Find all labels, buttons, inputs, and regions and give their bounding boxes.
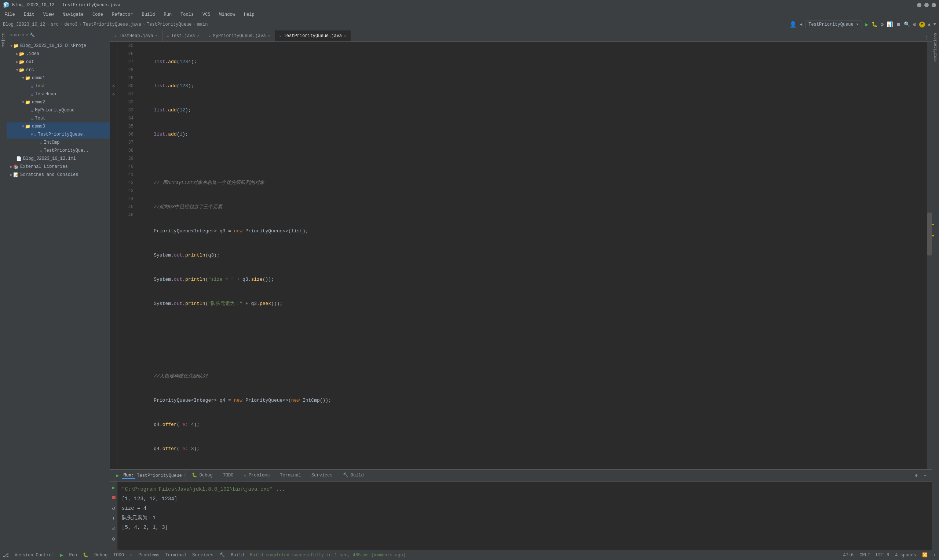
tree-item-testheap[interactable]: ☕ TestHeap bbox=[7, 90, 109, 98]
menu-tools[interactable]: Tools bbox=[179, 11, 195, 18]
search-everywhere[interactable]: 🔍 bbox=[904, 21, 910, 28]
run-status-label[interactable]: Run bbox=[69, 553, 77, 558]
breadcrumb-demo3[interactable]: demo3 bbox=[64, 22, 77, 27]
notifications-label[interactable]: Notifications bbox=[933, 33, 937, 62]
tab-todo[interactable]: TODO bbox=[219, 471, 238, 481]
tab-build[interactable]: 🔨 Build bbox=[339, 471, 368, 481]
tree-item-iml[interactable]: 📄 Blog_J2023_10_12.iml bbox=[7, 155, 109, 163]
menu-navigate[interactable]: Navigate bbox=[61, 11, 85, 18]
tree-header-collapse[interactable]: ≡ bbox=[10, 33, 13, 37]
rerun-button[interactable]: ▶ bbox=[110, 483, 118, 492]
menu-file[interactable]: File bbox=[3, 11, 17, 18]
cursor-position[interactable]: 47:6 bbox=[843, 553, 854, 558]
menu-code[interactable]: Code bbox=[91, 11, 105, 18]
todo-status-label[interactable]: TODO bbox=[113, 553, 124, 558]
run-tab-close[interactable]: × bbox=[183, 474, 186, 477]
tab-testheap-close[interactable]: × bbox=[156, 34, 158, 38]
tree-item-project[interactable]: ▼ 📁 Blog_J2023_10_12 D:\Proje bbox=[7, 42, 109, 50]
settings-run-button[interactable]: ⚙ bbox=[110, 534, 118, 543]
run-tab-config[interactable]: TestPriorityQueue bbox=[135, 473, 183, 478]
tree-item-test1[interactable]: ☕ Test bbox=[7, 82, 109, 90]
maximize-button[interactable]: □ bbox=[924, 3, 929, 7]
problems-status-label[interactable]: Problems bbox=[138, 553, 160, 558]
breadcrumb-class[interactable]: TestPriorityQueue bbox=[147, 22, 191, 27]
line-separator[interactable]: CRLF bbox=[859, 553, 870, 558]
run-icon[interactable]: ▶ bbox=[113, 472, 122, 478]
tree-item-idea[interactable]: ▶ 📂 .idea bbox=[7, 50, 109, 58]
tab-test-close[interactable]: × bbox=[197, 34, 199, 38]
tab-test[interactable]: ☕ Test.java × bbox=[162, 31, 204, 42]
menu-build[interactable]: Build bbox=[140, 11, 156, 18]
breadcrumb-method[interactable]: main bbox=[197, 22, 208, 27]
terminal-status-label[interactable]: Terminal bbox=[165, 553, 187, 558]
tree-item-demo3[interactable]: ▼ 📁 demo3 bbox=[7, 122, 109, 131]
indent[interactable]: 4 spaces bbox=[895, 553, 916, 558]
breadcrumb-src[interactable]: src bbox=[51, 22, 59, 27]
tab-testheap[interactable]: ☕ TestHeap.java × bbox=[110, 31, 162, 42]
tree-item-demo2[interactable]: ▼ 📁 demo2 bbox=[7, 98, 109, 106]
tree-item-src[interactable]: ▼ 📂 src bbox=[7, 66, 109, 74]
profile-button[interactable]: 📊 bbox=[887, 21, 893, 28]
build-status-icon[interactable]: 🔨 bbox=[219, 552, 225, 558]
tree-item-test2[interactable]: ☕ Test bbox=[7, 114, 109, 122]
tab-mypriorityqueue[interactable]: ☕ MyPriorityQueue.java × bbox=[204, 31, 275, 42]
vcs-icon[interactable]: ⎇ bbox=[3, 552, 9, 558]
tree-item-mypriorityqueue[interactable]: ☕ MyPriorityQueue bbox=[7, 106, 109, 114]
menu-run[interactable]: Run bbox=[162, 11, 173, 18]
tab-debug[interactable]: 🐛 Debug bbox=[187, 471, 217, 481]
scroll-to-end-button[interactable]: ⬇ bbox=[110, 514, 118, 523]
run-button[interactable]: ▶ bbox=[865, 21, 868, 28]
code-area[interactable]: list.add(1234); list.add(123); list.add(… bbox=[139, 42, 927, 469]
tree-item-scratches[interactable]: ▶ 📝 Scratches and Consoles bbox=[7, 171, 109, 179]
warnings-badge[interactable]: 2 bbox=[919, 22, 925, 28]
tree-header-settings2[interactable]: 🔧 bbox=[30, 32, 35, 37]
version-control-label[interactable]: Version Control bbox=[15, 553, 54, 558]
editor-settings-icon[interactable]: ⋮ bbox=[924, 35, 929, 42]
tab-tpq-close[interactable]: × bbox=[344, 34, 346, 38]
git-icon[interactable]: 🔀 bbox=[922, 552, 928, 558]
menu-help[interactable]: Help bbox=[242, 11, 256, 18]
tree-item-testpq2[interactable]: ☕ TestPriorityQue.. bbox=[7, 146, 109, 155]
close-button[interactable]: × bbox=[932, 3, 936, 7]
services-status-label[interactable]: Services bbox=[192, 553, 213, 558]
build-status-label[interactable]: Build bbox=[231, 553, 244, 558]
settings-bottom-btn[interactable]: ⚙ bbox=[913, 472, 920, 479]
tab-mpq-close[interactable]: × bbox=[268, 34, 270, 38]
tree-item-intcmp[interactable]: ☕ IntCmp bbox=[7, 138, 109, 146]
nav-back[interactable]: ◀ bbox=[800, 22, 802, 27]
debug-status-label[interactable]: Debug bbox=[94, 553, 108, 558]
tree-header-sync[interactable]: ↻ bbox=[18, 32, 20, 37]
rerun-failed-button[interactable]: ↺ bbox=[110, 503, 118, 512]
menu-refactor[interactable]: Refactor bbox=[110, 11, 135, 18]
tree-item-out[interactable]: ▶ 📂 out bbox=[7, 58, 109, 66]
run-tab-label[interactable]: Run: bbox=[122, 473, 135, 478]
tree-header-gear[interactable]: ⚙ bbox=[14, 32, 17, 37]
console-output[interactable]: "C:\Program Files\Java\jdk1.8.0_192\bin\… bbox=[117, 482, 932, 550]
soft-wrap-button[interactable]: ⏎ bbox=[110, 524, 118, 533]
git-push-icon[interactable]: ⬆ bbox=[933, 552, 936, 558]
stop-run-button[interactable]: ⏹ bbox=[110, 493, 118, 502]
problems-status-icon[interactable]: ⚠ bbox=[130, 552, 133, 558]
coverage-button[interactable]: ⚙ bbox=[881, 21, 883, 28]
nav-down[interactable]: ▼ bbox=[933, 22, 936, 27]
debug-status-icon[interactable]: 🐛 bbox=[83, 552, 88, 558]
tree-header-collapse-btn[interactable]: ⊟ bbox=[26, 32, 28, 37]
stop-button[interactable]: ⏹ bbox=[896, 22, 901, 28]
tab-testpq[interactable]: ☕ TestPriorityQueue.java × bbox=[275, 31, 351, 42]
breadcrumb-file[interactable]: TestPriorityQueue.java bbox=[83, 22, 141, 27]
nav-avatar[interactable]: 👤 bbox=[789, 21, 797, 28]
project-panel-label[interactable]: Project bbox=[2, 33, 6, 48]
menu-view[interactable]: View bbox=[42, 11, 56, 18]
charset[interactable]: UTF-8 bbox=[876, 553, 889, 558]
tree-item-demo1[interactable]: ▼ 📁 demo1 bbox=[7, 74, 109, 82]
run-config-selector[interactable]: TestPriorityQueue ▾ bbox=[805, 20, 862, 28]
tab-terminal[interactable]: Terminal bbox=[276, 471, 305, 481]
minimize-button[interactable]: − bbox=[917, 3, 921, 7]
minimize-bottom-btn[interactable]: − bbox=[921, 472, 929, 479]
debug-button[interactable]: 🐛 bbox=[871, 21, 878, 28]
menu-vcs[interactable]: VCS bbox=[201, 11, 212, 18]
run-status-icon[interactable]: ▶ bbox=[60, 552, 63, 558]
right-scrollbar[interactable] bbox=[927, 42, 932, 469]
nav-up[interactable]: ▲ bbox=[928, 22, 931, 27]
tree-header-expand[interactable]: ⊞ bbox=[22, 32, 25, 37]
